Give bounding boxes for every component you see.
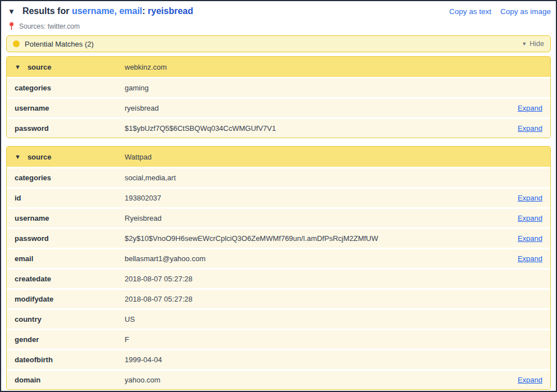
chevron-down-icon: ▼ — [522, 42, 527, 47]
table-row: dateofbirth1999-04-04 — [7, 349, 550, 369]
table-row: categoriesgaming — [7, 77, 550, 97]
field-value: 193802037 — [125, 194, 518, 202]
field-key: username — [15, 214, 125, 222]
field-key: source — [28, 63, 52, 71]
expand-link[interactable]: Expand — [518, 194, 542, 202]
table-row: categoriessocial,media,art — [7, 167, 550, 187]
field-value: ryeisbread — [125, 104, 518, 112]
field-key: createdate — [15, 275, 125, 283]
results-panel: ▼ Results for username, email: ryeisbrea… — [0, 0, 557, 392]
table-row: modifydate2018-08-07 05:27:28 — [7, 288, 550, 308]
result-card: ▼sourceWattpadcategoriessocial,media,art… — [6, 146, 551, 390]
field-value: 2018-08-07 05:27:28 — [125, 275, 542, 283]
table-row: countryUS — [7, 308, 550, 329]
field-key: categories — [15, 174, 125, 182]
expand-link[interactable]: Expand — [518, 124, 542, 133]
page-title: Results for username, email: ryeisbread — [22, 6, 193, 17]
field-value: Ryeisbread — [125, 214, 518, 222]
results-header: ▼ Results for username, email: ryeisbrea… — [6, 6, 551, 17]
copy-as-image-link[interactable]: Copy as image — [500, 7, 551, 16]
expand-link[interactable]: Expand — [518, 234, 542, 243]
field-key: id — [15, 194, 125, 202]
table-row: genderF — [7, 329, 550, 349]
potential-matches-label: Potential Matches (2) — [25, 40, 94, 48]
field-key: password — [15, 124, 125, 133]
field-value: 2018-08-07 05:27:28 — [125, 295, 542, 303]
field-value: webkinz.com — [125, 63, 542, 71]
title-prefix: Results for — [22, 6, 70, 16]
expand-link[interactable]: Expand — [518, 376, 542, 384]
table-row: usernameRyeisbreadExpand — [7, 207, 550, 227]
field-value: 1999-04-04 — [125, 355, 542, 364]
field-key: country — [15, 315, 125, 323]
match-dot-icon — [13, 40, 20, 47]
query-separator: : — [142, 6, 145, 16]
hide-toggle[interactable]: ▼ Hide — [522, 40, 544, 48]
field-key: modifydate — [15, 295, 125, 303]
field-key: dateofbirth — [15, 355, 125, 364]
sources-label: Sources: twitter.com — [19, 22, 80, 30]
expand-link[interactable]: Expand — [518, 254, 542, 263]
expand-link[interactable]: Expand — [518, 214, 542, 222]
collapse-card-icon[interactable]: ▼ — [15, 64, 21, 70]
field-value: F — [125, 335, 542, 344]
card-header-key: ▼source — [15, 153, 125, 161]
field-key: username — [15, 104, 125, 112]
copy-as-text-link[interactable]: Copy as text — [449, 7, 491, 16]
field-key: categories — [15, 84, 125, 92]
card-header-key: ▼source — [15, 63, 125, 71]
card-source-header[interactable]: ▼sourcewebkinz.com — [7, 57, 550, 77]
field-value: Wattpad — [125, 153, 542, 161]
table-row: password$1$ybUzf7Q5$6CtSBQWq034CcWMGUfV7… — [7, 117, 550, 138]
query-fields: username, email — [72, 6, 142, 16]
field-key: gender — [15, 335, 125, 344]
query-value: ryeisbread — [148, 6, 193, 16]
table-row: domainyahoo.comExpand — [7, 369, 550, 389]
collapse-card-icon[interactable]: ▼ — [15, 154, 21, 160]
table-row: emailbellasmart1@yahoo.comExpand — [7, 248, 550, 268]
field-value: $1$ybUzf7Q5$6CtSBQWq034CcWMGUfV7V1 — [125, 124, 518, 133]
field-value: bellasmart1@yahoo.com — [125, 254, 518, 263]
sources-row: Sources: twitter.com — [6, 22, 551, 30]
hide-label: Hide — [529, 40, 544, 48]
table-row: createdate2018-08-07 05:27:28 — [7, 268, 550, 288]
expand-link[interactable]: Expand — [518, 104, 542, 112]
field-value: yahoo.com — [125, 376, 518, 384]
pin-icon — [8, 22, 15, 30]
table-row: id193802037Expand — [7, 187, 550, 207]
field-key: email — [15, 254, 125, 263]
field-value: US — [125, 315, 542, 323]
field-value: gaming — [125, 84, 542, 92]
collapse-results-icon[interactable]: ▼ — [8, 8, 15, 15]
result-card: ▼sourcewebkinz.comcategoriesgaminguserna… — [6, 56, 551, 138]
table-row: password$2y$10$VnoO9H6sewEWcrCplciQ3O6Ze… — [7, 227, 550, 248]
field-key: source — [28, 153, 52, 161]
result-cards: ▼sourcewebkinz.comcategoriesgaminguserna… — [6, 56, 551, 390]
field-value: social,media,art — [125, 174, 542, 182]
field-value: $2y$10$VnoO9H6sewEWcrCplciQ3O6ZeMWMf769u… — [125, 234, 518, 243]
card-source-header[interactable]: ▼sourceWattpad — [7, 147, 550, 167]
copy-actions: Copy as text Copy as image — [449, 7, 551, 16]
potential-matches-banner: Potential Matches (2) ▼ Hide — [6, 35, 551, 52]
table-row: usernameryeisbreadExpand — [7, 97, 550, 117]
field-key: password — [15, 234, 125, 243]
field-key: domain — [15, 376, 125, 384]
